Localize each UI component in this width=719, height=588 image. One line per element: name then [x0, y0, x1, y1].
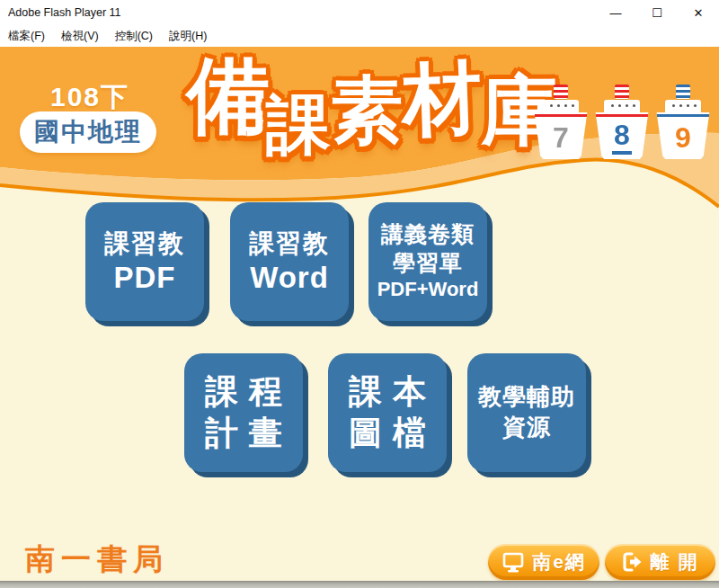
exit-label: 離 開	[651, 549, 699, 575]
title-char: 備	[187, 50, 270, 141]
button-label-line: 講義卷類	[381, 220, 475, 248]
boat-hull-icon: 9	[656, 112, 710, 159]
button-label-line: 課習教	[249, 227, 330, 260]
nan-e-web-label: 南e網	[532, 549, 586, 575]
boat-grade-7[interactable]: 7	[532, 85, 590, 159]
button-label-line: 課習教	[104, 227, 185, 260]
title-char: 素	[331, 71, 403, 150]
button-curriculum-plan[interactable]: 課程 計畫	[184, 353, 303, 472]
subject-badge: 國中地理	[20, 111, 156, 153]
grade-number: 7	[553, 121, 569, 155]
window-title: Adobe Flash Player 11	[0, 6, 595, 19]
button-label-line: 資源	[502, 413, 551, 443]
menu-file[interactable]: 檔案(F)	[0, 25, 53, 47]
button-kexijiao-pdf[interactable]: 課習教 PDF	[85, 202, 204, 321]
button-label-line: 教學輔助	[478, 382, 575, 413]
boat-hull-icon: 8	[595, 112, 649, 159]
nan-e-web-button[interactable]: 南e網	[488, 544, 599, 580]
page-title: 備課素材庫	[187, 50, 555, 176]
boat-funnel-icon	[554, 85, 568, 99]
monitor-icon	[502, 551, 525, 573]
grade-boats: 7 8 9	[532, 85, 712, 159]
maximize-button[interactable]: ☐	[636, 0, 678, 25]
minimize-button[interactable]: —	[595, 0, 636, 25]
button-teaching-aids[interactable]: 教學輔助 資源	[467, 353, 586, 472]
menu-control[interactable]: 控制(C)	[107, 25, 161, 47]
button-label-line: Word	[250, 260, 329, 296]
boat-stripe	[534, 114, 588, 117]
title-char: 材	[401, 54, 483, 144]
button-label-line: 課程	[194, 371, 293, 413]
close-button[interactable]: ✕	[678, 0, 719, 25]
grade-number-selected: 8	[612, 120, 632, 155]
button-label-line: 計畫	[194, 413, 293, 454]
subject-label: 國中地理	[34, 115, 142, 149]
publisher-logo: 南一書局	[25, 539, 169, 580]
menu-help[interactable]: 說明(H)	[161, 25, 215, 47]
window-controls: — ☐ ✕	[595, 0, 719, 25]
boat-grade-8[interactable]: 8	[593, 85, 651, 159]
boat-window-dots	[672, 104, 675, 107]
button-textbook-images[interactable]: 課本 圖檔	[328, 353, 447, 472]
button-label-line: PDF+Word	[377, 277, 479, 303]
grade-number: 9	[675, 121, 691, 155]
window-titlebar: Adobe Flash Player 11 — ☐ ✕	[0, 0, 719, 25]
boat-funnel-icon	[615, 85, 629, 99]
window-bottom-edge	[0, 581, 719, 588]
boat-cabin-icon	[604, 100, 640, 112]
button-label-line: 圖檔	[338, 413, 437, 454]
flash-stage: 108下 國中地理 備課素材庫 7 8	[0, 47, 719, 581]
boat-funnel-icon	[676, 85, 690, 99]
button-label-line: 學習單	[393, 249, 463, 277]
boat-cabin-icon	[543, 100, 579, 112]
button-label-line: 課本	[338, 371, 437, 413]
boat-hull-icon: 7	[534, 112, 588, 159]
boat-window-dots	[611, 104, 614, 107]
boat-stripe	[656, 114, 710, 117]
boat-stripe	[595, 114, 649, 117]
title-char: 課	[266, 90, 331, 161]
menu-view[interactable]: 檢視(V)	[53, 25, 107, 47]
button-label-line: PDF	[114, 260, 176, 296]
button-handout-sheets[interactable]: 講義卷類 學習單 PDF+Word	[368, 202, 487, 321]
menu-bar: 檔案(F) 檢視(V) 控制(C) 說明(H)	[0, 25, 719, 47]
boat-window-dots	[550, 104, 553, 107]
boat-grade-9[interactable]: 9	[654, 85, 712, 159]
button-kexijiao-word[interactable]: 課習教 Word	[230, 202, 349, 321]
boat-cabin-icon	[665, 100, 701, 112]
exit-icon	[622, 551, 644, 573]
exit-button[interactable]: 離 開	[605, 544, 715, 580]
semester-label: 108下	[36, 79, 144, 116]
